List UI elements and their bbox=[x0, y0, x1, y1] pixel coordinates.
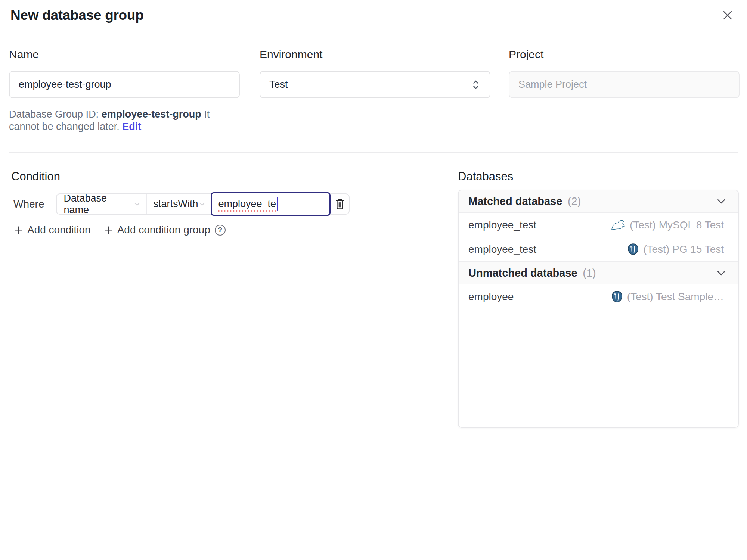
condition-value-text: employee_te bbox=[218, 198, 276, 210]
help-icon: ? bbox=[215, 225, 226, 236]
unmatched-database-label: Unmatched database bbox=[468, 267, 577, 279]
close-icon bbox=[721, 9, 734, 22]
database-name: employee_test bbox=[468, 243, 536, 255]
condition-operator-value: startsWith bbox=[153, 198, 198, 210]
databases-heading: Databases bbox=[458, 170, 513, 183]
add-condition-button[interactable]: Add condition bbox=[13, 224, 91, 236]
condition-factor-select[interactable]: Database name bbox=[57, 194, 147, 214]
matched-database-label: Matched database bbox=[468, 195, 562, 207]
condition-group: Database name startsWith employee_te bbox=[56, 193, 350, 215]
environment-label: Environment bbox=[260, 48, 490, 61]
database-name: employee bbox=[468, 291, 514, 303]
condition-operator-select[interactable]: startsWith bbox=[147, 194, 211, 214]
database-group-id-value: employee-test-group bbox=[102, 109, 201, 120]
condition-factor-value: Database name bbox=[63, 193, 133, 216]
condition-heading: Condition bbox=[11, 170, 60, 183]
database-row[interactable]: employee_test (Test) MySQL 8 Test bbox=[459, 213, 738, 237]
add-condition-label: Add condition bbox=[27, 224, 91, 236]
add-condition-group-label: Add condition group bbox=[117, 224, 210, 236]
dialog-title: New database group bbox=[10, 7, 143, 23]
database-instance: (Test) PG 15 Test bbox=[643, 243, 724, 255]
database-group-id-helper: Database Group ID: employee-test-group I… bbox=[9, 108, 211, 133]
close-button[interactable] bbox=[719, 6, 737, 24]
mysql-icon bbox=[611, 219, 625, 231]
database-row[interactable]: employee_test (Test) PG 15 Test bbox=[459, 237, 738, 261]
chevron-down-icon bbox=[133, 200, 141, 208]
trash-icon bbox=[334, 198, 345, 210]
chevron-down-icon bbox=[716, 196, 727, 207]
unmatched-database-count: (1) bbox=[583, 267, 596, 279]
name-input[interactable] bbox=[9, 71, 240, 98]
section-divider bbox=[9, 152, 738, 153]
databases-panel: Matched database (2) employee_test (Test… bbox=[458, 190, 739, 428]
condition-row: Where Database name startsWith employee_… bbox=[13, 193, 350, 215]
delete-condition-button[interactable] bbox=[331, 194, 349, 214]
environment-field-block: Environment Test bbox=[260, 48, 490, 98]
postgresql-icon bbox=[611, 290, 623, 303]
matched-database-count: (2) bbox=[568, 195, 581, 207]
add-condition-group-button[interactable]: Add condition group ? bbox=[103, 224, 226, 236]
matched-database-header[interactable]: Matched database (2) bbox=[459, 190, 738, 213]
plus-icon bbox=[13, 225, 24, 235]
panel-empty-area bbox=[459, 309, 738, 427]
chevron-down-icon bbox=[716, 267, 727, 279]
project-field-block: Project bbox=[509, 48, 740, 98]
condition-value-input[interactable]: employee_te bbox=[211, 192, 331, 216]
dialog-header: New database group bbox=[0, 0, 747, 31]
database-name: employee_test bbox=[468, 219, 536, 231]
updown-chevrons-icon bbox=[471, 79, 481, 90]
project-label: Project bbox=[509, 48, 740, 61]
where-label: Where bbox=[13, 198, 44, 210]
database-row[interactable]: employee (Test) Test Sample… bbox=[459, 284, 738, 309]
unmatched-database-header[interactable]: Unmatched database (1) bbox=[459, 261, 738, 284]
helper-prefix: Database Group ID: bbox=[9, 109, 102, 120]
postgresql-icon bbox=[627, 243, 639, 255]
text-cursor bbox=[277, 197, 278, 211]
environment-selected-value: Test bbox=[269, 79, 288, 90]
database-instance: (Test) MySQL 8 Test bbox=[630, 219, 724, 231]
environment-select[interactable]: Test bbox=[260, 71, 490, 98]
chevron-down-icon bbox=[198, 200, 206, 208]
condition-actions: Add condition Add condition group ? bbox=[13, 224, 226, 236]
name-label: Name bbox=[9, 48, 240, 61]
plus-icon bbox=[103, 225, 114, 235]
database-instance: (Test) Test Sample… bbox=[627, 291, 724, 303]
name-field-block: Name bbox=[9, 48, 240, 98]
project-input bbox=[509, 71, 740, 98]
edit-link[interactable]: Edit bbox=[122, 121, 141, 132]
